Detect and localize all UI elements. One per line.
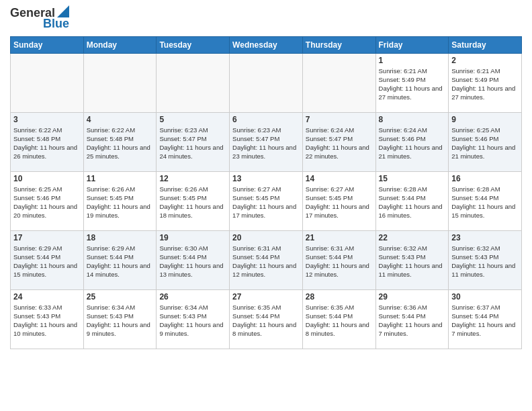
day-number: 5 (159, 115, 226, 124)
day-info: Sunrise: 6:23 AMSunset: 5:47 PMDaylight:… (232, 126, 300, 161)
calendar-day: 20Sunrise: 6:31 AMSunset: 5:44 PMDayligh… (230, 230, 303, 289)
day-number: 11 (87, 174, 154, 183)
calendar-day: 3Sunrise: 6:22 AMSunset: 5:48 PMDaylight… (11, 112, 84, 171)
calendar-week-row: 17Sunrise: 6:29 AMSunset: 5:44 PMDayligh… (11, 230, 522, 289)
day-info: Sunrise: 6:23 AMSunset: 5:47 PMDaylight:… (159, 126, 226, 161)
calendar-day: 25Sunrise: 6:34 AMSunset: 5:43 PMDayligh… (83, 289, 157, 349)
calendar-day: 13Sunrise: 6:27 AMSunset: 5:45 PMDayligh… (230, 171, 303, 230)
header-friday: Friday (375, 36, 449, 53)
day-info: Sunrise: 6:33 AMSunset: 5:43 PMDaylight:… (13, 303, 81, 338)
calendar-day: 18Sunrise: 6:29 AMSunset: 5:44 PMDayligh… (83, 230, 157, 289)
calendar-day: 28Sunrise: 6:35 AMSunset: 5:44 PMDayligh… (302, 289, 375, 349)
day-number: 13 (232, 174, 300, 183)
calendar-day: 23Sunrise: 6:32 AMSunset: 5:43 PMDayligh… (449, 230, 522, 289)
day-number: 20 (232, 233, 300, 242)
calendar-day: 10Sunrise: 6:25 AMSunset: 5:46 PMDayligh… (11, 171, 84, 230)
day-info: Sunrise: 6:36 AMSunset: 5:44 PMDaylight:… (379, 303, 446, 338)
calendar-week-row: 1Sunrise: 6:21 AMSunset: 5:49 PMDaylight… (11, 53, 522, 112)
day-number: 30 (451, 292, 519, 302)
calendar-day: 17Sunrise: 6:29 AMSunset: 5:44 PMDayligh… (11, 230, 84, 289)
day-info: Sunrise: 6:21 AMSunset: 5:49 PMDaylight:… (451, 66, 519, 102)
day-info: Sunrise: 6:22 AMSunset: 5:48 PMDaylight:… (87, 126, 154, 161)
day-number: 22 (379, 233, 446, 242)
day-info: Sunrise: 6:26 AMSunset: 5:45 PMDaylight:… (87, 185, 154, 220)
day-info: Sunrise: 6:22 AMSunset: 5:48 PMDaylight:… (13, 126, 81, 161)
day-number: 27 (232, 292, 300, 302)
calendar-day: 21Sunrise: 6:31 AMSunset: 5:44 PMDayligh… (302, 230, 375, 289)
page: General Blue Sunday Monday Tuesday Wedne… (0, 0, 532, 411)
day-info: Sunrise: 6:25 AMSunset: 5:46 PMDaylight:… (451, 126, 519, 161)
day-number: 7 (306, 115, 373, 124)
calendar-day: 6Sunrise: 6:23 AMSunset: 5:47 PMDaylight… (230, 112, 303, 171)
calendar-day (11, 53, 84, 112)
day-info: Sunrise: 6:37 AMSunset: 5:44 PMDaylight:… (451, 303, 519, 338)
calendar-day: 26Sunrise: 6:34 AMSunset: 5:43 PMDayligh… (157, 289, 230, 349)
day-number: 9 (451, 115, 519, 124)
header-monday: Monday (83, 36, 157, 53)
header-wednesday: Wednesday (230, 36, 303, 53)
calendar-day: 22Sunrise: 6:32 AMSunset: 5:43 PMDayligh… (375, 230, 449, 289)
header-thursday: Thursday (302, 36, 375, 53)
day-info: Sunrise: 6:21 AMSunset: 5:49 PMDaylight:… (379, 66, 446, 102)
day-info: Sunrise: 6:32 AMSunset: 5:43 PMDaylight:… (379, 244, 446, 279)
calendar-week-row: 3Sunrise: 6:22 AMSunset: 5:48 PMDaylight… (11, 112, 522, 171)
svg-marker-0 (57, 5, 69, 17)
logo-blue: Blue (43, 17, 69, 31)
calendar-day: 4Sunrise: 6:22 AMSunset: 5:48 PMDaylight… (83, 112, 157, 171)
day-number: 15 (379, 174, 446, 183)
calendar-day (230, 53, 303, 112)
calendar-day: 15Sunrise: 6:28 AMSunset: 5:44 PMDayligh… (375, 171, 449, 230)
logo: General Blue (10, 7, 69, 31)
day-info: Sunrise: 6:31 AMSunset: 5:44 PMDaylight:… (306, 244, 373, 279)
day-info: Sunrise: 6:28 AMSunset: 5:44 PMDaylight:… (379, 185, 446, 220)
day-number: 8 (379, 115, 446, 124)
calendar-day: 30Sunrise: 6:37 AMSunset: 5:44 PMDayligh… (449, 289, 522, 349)
day-number: 29 (379, 292, 446, 302)
day-info: Sunrise: 6:27 AMSunset: 5:45 PMDaylight:… (306, 185, 373, 220)
calendar: Sunday Monday Tuesday Wednesday Thursday… (10, 36, 522, 349)
day-info: Sunrise: 6:35 AMSunset: 5:44 PMDaylight:… (306, 303, 373, 338)
day-number: 10 (13, 174, 81, 183)
day-number: 19 (159, 233, 226, 242)
header-tuesday: Tuesday (157, 36, 230, 53)
day-info: Sunrise: 6:34 AMSunset: 5:43 PMDaylight:… (87, 303, 154, 338)
day-info: Sunrise: 6:29 AMSunset: 5:44 PMDaylight:… (87, 244, 154, 279)
day-info: Sunrise: 6:25 AMSunset: 5:46 PMDaylight:… (13, 185, 81, 220)
calendar-day: 14Sunrise: 6:27 AMSunset: 5:45 PMDayligh… (302, 171, 375, 230)
day-info: Sunrise: 6:31 AMSunset: 5:44 PMDaylight:… (232, 244, 300, 279)
header-saturday: Saturday (449, 36, 522, 53)
day-number: 25 (87, 292, 154, 302)
calendar-day: 19Sunrise: 6:30 AMSunset: 5:44 PMDayligh… (157, 230, 230, 289)
day-number: 12 (159, 174, 226, 183)
day-number: 4 (87, 115, 154, 124)
calendar-day: 2Sunrise: 6:21 AMSunset: 5:49 PMDaylight… (449, 53, 522, 112)
day-info: Sunrise: 6:34 AMSunset: 5:43 PMDaylight:… (159, 303, 226, 338)
day-number: 28 (306, 292, 373, 302)
calendar-day: 9Sunrise: 6:25 AMSunset: 5:46 PMDaylight… (449, 112, 522, 171)
day-number: 14 (306, 174, 373, 183)
weekday-header-row: Sunday Monday Tuesday Wednesday Thursday… (11, 36, 522, 53)
day-number: 24 (13, 292, 81, 302)
calendar-day (157, 53, 230, 112)
calendar-day: 29Sunrise: 6:36 AMSunset: 5:44 PMDayligh… (375, 289, 449, 349)
calendar-day: 27Sunrise: 6:35 AMSunset: 5:44 PMDayligh… (230, 289, 303, 349)
day-number: 2 (451, 56, 519, 65)
day-info: Sunrise: 6:35 AMSunset: 5:44 PMDaylight:… (232, 303, 300, 338)
calendar-day (302, 53, 375, 112)
calendar-week-row: 10Sunrise: 6:25 AMSunset: 5:46 PMDayligh… (11, 171, 522, 230)
day-number: 23 (451, 233, 519, 242)
day-number: 18 (87, 233, 154, 242)
calendar-day: 7Sunrise: 6:24 AMSunset: 5:47 PMDaylight… (302, 112, 375, 171)
day-info: Sunrise: 6:26 AMSunset: 5:45 PMDaylight:… (159, 185, 226, 220)
day-number: 6 (232, 115, 300, 124)
day-info: Sunrise: 6:24 AMSunset: 5:46 PMDaylight:… (379, 126, 446, 161)
day-info: Sunrise: 6:30 AMSunset: 5:44 PMDaylight:… (159, 244, 226, 279)
day-info: Sunrise: 6:29 AMSunset: 5:44 PMDaylight:… (13, 244, 81, 279)
logo-icon (57, 5, 69, 17)
header: General Blue (10, 7, 522, 31)
calendar-day: 8Sunrise: 6:24 AMSunset: 5:46 PMDaylight… (375, 112, 449, 171)
day-info: Sunrise: 6:28 AMSunset: 5:44 PMDaylight:… (451, 185, 519, 220)
day-info: Sunrise: 6:27 AMSunset: 5:45 PMDaylight:… (232, 185, 300, 220)
day-number: 16 (451, 174, 519, 183)
day-number: 17 (13, 233, 81, 242)
